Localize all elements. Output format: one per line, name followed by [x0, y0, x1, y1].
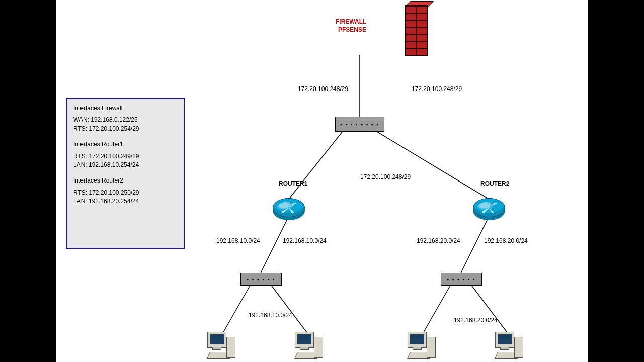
pc-r1-a	[207, 332, 236, 360]
router2-icon	[473, 198, 505, 217]
info-r2-rts: RTS: 172.20.100.250/29	[73, 189, 178, 197]
link-fw-left: 172.20.100.248/29	[298, 85, 348, 93]
r2-pc-label: 192.168.20.0/24	[454, 317, 498, 324]
firewall-label-2: PFSENSE	[338, 26, 366, 33]
link-fw-right: 172.20.100.248/29	[412, 85, 462, 93]
pc-r2-b	[495, 332, 524, 360]
main-switch-icon: ▪ ▪ ▪ ▪ ▪ ▪ ▪ ▪	[335, 117, 384, 132]
info-r1-lan: LAN: 192.168.10.254/24	[73, 161, 178, 169]
info-h2: Interfaces Router1	[73, 140, 178, 149]
info-fw-rts: RTS: 172.20.100.254/29	[73, 125, 178, 133]
svg-line-7	[423, 285, 451, 334]
r1-net-right: 192.168.10.0/24	[283, 237, 327, 244]
router2-label: ROUTER2	[480, 180, 509, 187]
switch1-icon: ▪ ▪ ▪ ▪ ▪ ▪	[240, 273, 282, 286]
info-r1-rts: RTS: 172.20.100.249/29	[73, 152, 178, 161]
r1-net-left: 192.168.10.0/24	[216, 237, 260, 244]
svg-line-8	[471, 285, 508, 334]
r1-pc-label: 192.168.10.0/24	[249, 312, 292, 319]
diagram-canvas: FIREWALL PFSENSE 172.20.100.248/29 172.2…	[56, 0, 588, 362]
svg-line-5	[222, 285, 251, 334]
pc-r2-a	[408, 332, 437, 360]
link-switch-routers: 172.20.100.248/29	[360, 173, 411, 180]
svg-line-4	[461, 218, 488, 273]
info-r2-lan: LAN: 192.168.20.254/24	[73, 197, 178, 206]
interfaces-info-box: Interfaces Firewall WAN: 192.168.0.122/2…	[66, 98, 185, 249]
firewall-label-1: FIREWALL	[336, 18, 366, 25]
info-h3: Interfaces Router2	[73, 176, 178, 185]
svg-line-2	[375, 131, 488, 199]
info-h1: Interfaces Firewall	[73, 104, 178, 113]
switch2-icon: ▪ ▪ ▪ ▪ ▪ ▪	[441, 273, 482, 286]
firewall-icon	[405, 5, 428, 56]
r2-net-left: 192.168.20.0/24	[417, 237, 460, 244]
router1-label: ROUTER1	[279, 180, 307, 187]
info-fw-wan: WAN: 192.168.0.122/25	[73, 116, 178, 124]
r2-net-right: 192.168.20.0/24	[484, 237, 528, 244]
svg-line-6	[271, 285, 308, 334]
svg-line-1	[289, 131, 343, 199]
pc-r1-b	[295, 332, 324, 360]
svg-line-3	[261, 218, 288, 273]
router1-icon	[273, 198, 305, 217]
